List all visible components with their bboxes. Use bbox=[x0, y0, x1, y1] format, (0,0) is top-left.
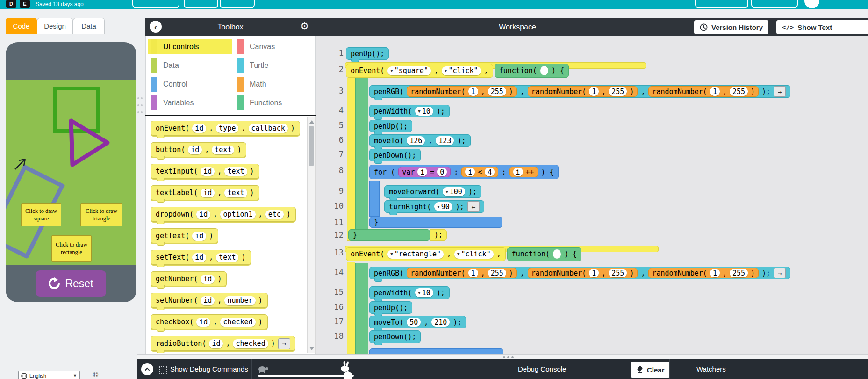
value-socket[interactable]: checked bbox=[220, 318, 255, 327]
avatar[interactable] bbox=[804, 0, 819, 8]
value-socket[interactable]: 1 bbox=[589, 269, 599, 277]
category-turtle[interactable]: Turtle bbox=[235, 58, 316, 73]
statement-block[interactable]: moveTo(50,210); bbox=[369, 316, 466, 328]
console-resize-grip[interactable] bbox=[137, 354, 868, 359]
toolbox-block[interactable]: button(id,text) bbox=[151, 142, 246, 157]
value-socket[interactable]: 255 bbox=[609, 269, 627, 277]
value-socket[interactable]: 210 bbox=[431, 318, 450, 327]
orange-expression-block[interactable]: randomNumber(1,255) bbox=[407, 86, 517, 97]
dropdown-socket[interactable]: ▼"square" bbox=[387, 66, 431, 75]
value-socket[interactable]: number bbox=[224, 296, 255, 305]
purple-expression-block[interactable]: vari=0 bbox=[398, 167, 451, 177]
workspace-canvas[interactable]: 1penUp();2onEvent(▼"square",▼"click",fun… bbox=[316, 36, 868, 354]
param-hole[interactable] bbox=[540, 66, 548, 75]
value-socket[interactable]: type bbox=[216, 124, 238, 133]
close-brace-bar[interactable]: } bbox=[348, 229, 430, 241]
category-canvas[interactable]: Canvas bbox=[235, 39, 316, 54]
value-socket[interactable]: 126 bbox=[407, 136, 425, 145]
version-history-button[interactable]: Version History bbox=[694, 20, 768, 34]
value-socket[interactable]: id bbox=[192, 232, 206, 241]
top-button-1[interactable] bbox=[132, 0, 179, 8]
statement-block[interactable]: penUp(); bbox=[369, 301, 412, 314]
toolbox-block[interactable]: checkbox(id,checked) bbox=[151, 314, 268, 329]
toolbox-block[interactable]: textInput(id,text) bbox=[151, 164, 259, 179]
value-socket[interactable]: 1 bbox=[710, 269, 720, 277]
category-ui-controls[interactable]: UI controls bbox=[148, 39, 232, 54]
toolbox-block[interactable]: onEvent(id,type,callback) bbox=[151, 121, 300, 136]
top-button-5[interactable] bbox=[751, 0, 798, 8]
statement-block[interactable]: penRGB(randomNumber(1,255),randomNumber(… bbox=[369, 267, 790, 279]
app-canvas[interactable]: Click to draw squareClick to draw triang… bbox=[6, 80, 136, 265]
draw-button-2[interactable]: Click to draw triangle bbox=[80, 203, 122, 226]
expand-arrow-button[interactable]: ← bbox=[467, 201, 480, 212]
statement-block[interactable]: moveForward(▼100); bbox=[384, 185, 481, 198]
value-socket[interactable]: checked bbox=[233, 339, 268, 348]
toolbox-block[interactable]: setText(id,text) bbox=[151, 250, 251, 265]
value-socket[interactable]: 1 bbox=[589, 87, 599, 96]
scroll-down-icon[interactable] bbox=[309, 347, 314, 350]
orange-expression-block[interactable]: randomNumber(1,255) bbox=[648, 268, 759, 278]
toolbox-block[interactable]: getText(id) bbox=[151, 228, 218, 243]
show-text-button[interactable]: </> Show Text bbox=[776, 20, 868, 34]
language-select[interactable]: English ▼ bbox=[18, 371, 80, 379]
expand-arrow-button[interactable]: → bbox=[774, 268, 786, 278]
value-socket[interactable]: option1 bbox=[220, 210, 255, 219]
orange-expression-block[interactable]: randomNumber(1,255) bbox=[648, 86, 759, 97]
watchers-tab[interactable]: Watchers bbox=[696, 365, 726, 373]
value-socket[interactable]: 0 bbox=[437, 168, 447, 176]
top-button-2[interactable] bbox=[184, 0, 218, 8]
statement-block[interactable]: penDown(); bbox=[369, 330, 421, 343]
value-socket[interactable]: id bbox=[201, 167, 215, 176]
orange-expression-block[interactable]: randomNumber(1,255) bbox=[528, 268, 638, 278]
top-button-4[interactable] bbox=[695, 0, 748, 8]
value-socket[interactable]: id bbox=[201, 275, 215, 284]
value-socket[interactable]: text bbox=[224, 189, 247, 197]
statement-block[interactable]: penDown(); bbox=[369, 149, 421, 161]
value-socket[interactable]: id bbox=[209, 339, 223, 348]
value-socket[interactable]: text bbox=[224, 167, 247, 176]
orange-expression-block[interactable]: i++ bbox=[509, 167, 538, 177]
statement-block[interactable]: turnRight(▼90);← bbox=[384, 200, 484, 213]
reset-button[interactable]: Reset bbox=[36, 270, 106, 297]
toolbox-block[interactable]: setNumber(id,number) bbox=[151, 293, 268, 308]
value-socket[interactable]: 255 bbox=[488, 87, 506, 96]
tab-design[interactable]: Design bbox=[37, 18, 73, 34]
show-debug-commands-button[interactable]: Show Debug Commands bbox=[170, 365, 248, 373]
value-socket[interactable]: 1 bbox=[468, 87, 478, 96]
value-socket[interactable]: 255 bbox=[730, 87, 748, 96]
tab-data[interactable]: Data bbox=[73, 18, 105, 34]
tab-code[interactable]: Code bbox=[6, 18, 37, 34]
dropdown-socket[interactable]: ▼10 bbox=[415, 288, 433, 297]
dropdown-socket[interactable]: ▼90 bbox=[434, 202, 452, 211]
dropdown-socket[interactable]: ▼100 bbox=[443, 187, 465, 196]
copyright-icon[interactable]: © bbox=[93, 371, 98, 379]
panel-splitter-handle[interactable] bbox=[137, 97, 143, 119]
value-socket[interactable]: text bbox=[216, 253, 238, 262]
toolbox-block[interactable]: radioButton(id,checked)→ bbox=[151, 336, 295, 351]
toolbox-scrollbar[interactable] bbox=[307, 117, 316, 353]
value-socket[interactable]: id bbox=[192, 253, 206, 262]
param-hole[interactable] bbox=[553, 249, 561, 259]
scrollbar-thumb[interactable] bbox=[309, 126, 314, 166]
value-socket[interactable]: text bbox=[212, 146, 234, 154]
onevent-block[interactable]: onEvent(▼"rectangle",▼"click", bbox=[346, 247, 506, 261]
value-socket[interactable]: 255 bbox=[730, 269, 748, 277]
clear-console-button[interactable]: Clear bbox=[631, 362, 670, 378]
value-socket[interactable]: 255 bbox=[609, 87, 627, 96]
scroll-up-icon[interactable] bbox=[309, 120, 314, 124]
dropdown-socket[interactable]: ▼"click" bbox=[442, 66, 481, 75]
value-socket[interactable]: id bbox=[196, 318, 210, 327]
statement-block[interactable]: for (vari=0;i<4;i++) { bbox=[369, 165, 559, 179]
function-block[interactable]: function() { bbox=[507, 247, 581, 261]
value-socket[interactable]: i bbox=[513, 168, 523, 176]
value-socket[interactable]: callback bbox=[249, 124, 288, 133]
value-socket[interactable]: 4 bbox=[485, 168, 495, 176]
statement-block[interactable]: penWidth(▼10); bbox=[369, 105, 450, 117]
close-brace-bar[interactable]: } bbox=[369, 217, 502, 228]
dropdown-socket[interactable]: ▼10 bbox=[415, 107, 433, 116]
category-control[interactable]: Control bbox=[148, 76, 232, 92]
value-socket[interactable]: 50 bbox=[407, 318, 421, 327]
value-socket[interactable]: 1 bbox=[710, 87, 720, 96]
value-socket[interactable]: id bbox=[201, 189, 215, 197]
category-math[interactable]: Math bbox=[235, 76, 316, 92]
